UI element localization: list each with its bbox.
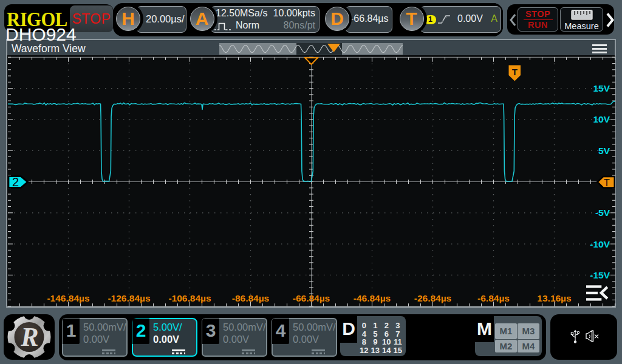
svg-text:2: 2	[12, 175, 19, 189]
svg-text:-106.84µs: -106.84µs	[168, 293, 211, 303]
svg-text:-10V: -10V	[590, 239, 610, 249]
svg-text:5V: 5V	[598, 146, 610, 156]
svg-text:-26.84µs: -26.84µs	[414, 293, 452, 303]
svg-text:T: T	[604, 178, 610, 188]
svg-text:13.16µs: 13.16µs	[537, 293, 571, 303]
svg-text:-5V: -5V	[595, 207, 610, 218]
svg-text:R: R	[20, 322, 38, 352]
svg-text:T: T	[512, 67, 518, 77]
svg-text:-126.84µs: -126.84µs	[108, 293, 150, 303]
svg-text:-146.84µs: -146.84µs	[47, 293, 89, 303]
svg-text:10V: 10V	[593, 114, 610, 124]
svg-text:-46.84µs: -46.84µs	[354, 293, 391, 303]
svg-text:-6.84µs: -6.84µs	[477, 293, 510, 303]
svg-text:-66.84µs: -66.84µs	[293, 293, 330, 303]
svg-text:-15V: -15V	[590, 270, 610, 280]
svg-text:15V: 15V	[593, 83, 610, 93]
svg-text:-86.84µs: -86.84µs	[232, 293, 270, 303]
